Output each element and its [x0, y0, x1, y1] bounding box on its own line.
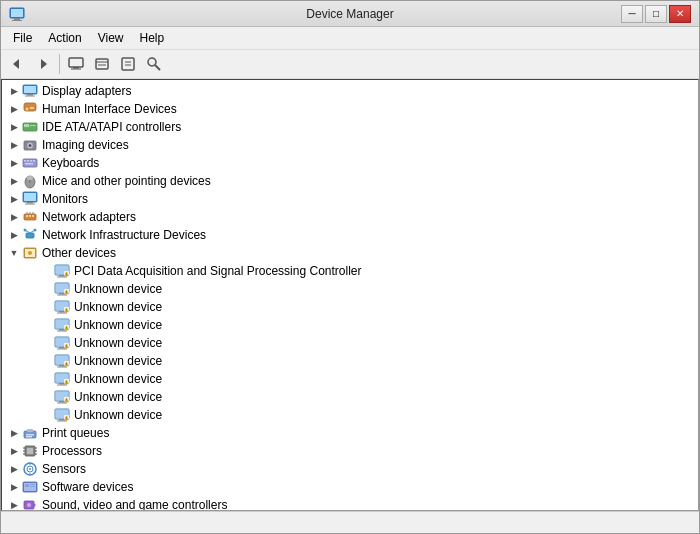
tree-item-label: Monitors	[42, 192, 88, 206]
tree-item-network-infra[interactable]: ▶Network Infrastructure Devices	[2, 226, 698, 244]
view-resources-button[interactable]	[90, 52, 114, 76]
toolbar-separator-1	[59, 54, 60, 74]
expand-arrow[interactable]: ▶	[6, 425, 22, 441]
expand-arrow[interactable]: ▶	[6, 191, 22, 207]
expand-arrow[interactable]: ▶	[6, 101, 22, 117]
forward-button[interactable]	[31, 52, 55, 76]
device-manager-window: Device Manager ─ □ ✕ File Action View He…	[0, 0, 700, 534]
keyboards-icon	[22, 155, 38, 171]
tree-item-unknown-6[interactable]: ! Unknown device	[2, 370, 698, 388]
svg-rect-140	[25, 484, 29, 487]
tree-item-unknown-1[interactable]: ! Unknown device	[2, 280, 698, 298]
expand-arrow[interactable]: ▶	[6, 173, 22, 189]
svg-rect-75	[57, 313, 67, 314]
tree-item-label: Unknown device	[74, 318, 162, 332]
tree-item-sound-video[interactable]: ▶Sound, video and game controllers	[2, 496, 698, 511]
svg-point-135	[29, 468, 31, 470]
svg-text:!: !	[66, 273, 67, 277]
human-interface-icon	[22, 101, 38, 117]
tree-item-label: Unknown device	[74, 300, 162, 314]
expand-arrow[interactable]: ▶	[6, 155, 22, 171]
tree-item-pci-data[interactable]: ! PCI Data Acquisition and Signal Proces…	[2, 262, 698, 280]
tree-item-display-adapters[interactable]: ▶Display adapters	[2, 82, 698, 100]
tree-item-unknown-2[interactable]: ! Unknown device	[2, 298, 698, 316]
svg-rect-25	[24, 124, 29, 127]
tree-item-software-devices[interactable]: ▶Software devices	[2, 478, 698, 496]
status-bar	[1, 511, 699, 533]
svg-line-16	[155, 65, 160, 70]
svg-rect-103	[57, 385, 67, 386]
no-expand	[38, 389, 54, 405]
no-expand	[38, 281, 54, 297]
unknown-5-icon: !	[54, 353, 70, 369]
svg-text:!: !	[66, 417, 67, 421]
print-queues-icon	[22, 425, 38, 441]
pci-data-icon: !	[54, 263, 70, 279]
menu-help[interactable]: Help	[132, 29, 173, 47]
svg-text:!: !	[66, 291, 67, 295]
svg-rect-142	[30, 486, 35, 487]
expand-arrow[interactable]: ▶	[6, 119, 22, 135]
tree-item-sensors[interactable]: ▶Sensors	[2, 460, 698, 478]
menu-file[interactable]: File	[5, 29, 40, 47]
tree-item-imaging[interactable]: ▶Imaging devices	[2, 136, 698, 154]
expand-arrow[interactable]: ▶	[6, 137, 22, 153]
expand-arrow[interactable]: ▶	[6, 83, 22, 99]
expand-arrow[interactable]: ▶	[6, 479, 22, 495]
tree-item-network-adapters[interactable]: ▶Network adapters	[2, 208, 698, 226]
expand-arrow[interactable]: ▶	[6, 209, 22, 225]
maximize-button[interactable]: □	[645, 5, 667, 23]
no-expand	[38, 407, 54, 423]
tree-item-unknown-3[interactable]: ! Unknown device	[2, 316, 698, 334]
menu-action[interactable]: Action	[40, 29, 89, 47]
svg-rect-19	[27, 94, 33, 96]
unknown-8-icon: !	[54, 407, 70, 423]
view-computer-button[interactable]	[64, 52, 88, 76]
no-expand	[38, 371, 54, 387]
view-properties-button[interactable]	[116, 52, 140, 76]
tree-item-label: Unknown device	[74, 336, 162, 350]
svg-rect-44	[26, 215, 28, 217]
minimize-button[interactable]: ─	[621, 5, 643, 23]
menu-view[interactable]: View	[90, 29, 132, 47]
tree-item-label: Software devices	[42, 480, 133, 494]
tree-item-other-devices[interactable]: ▼Other devices	[2, 244, 698, 262]
tree-item-label: Network adapters	[42, 210, 136, 224]
main-content: ▶Display adapters▶Human Interface Device…	[1, 79, 699, 511]
svg-rect-12	[122, 58, 134, 70]
back-button[interactable]	[5, 52, 29, 76]
expand-arrow[interactable]: ▼	[6, 245, 22, 261]
svg-text:!: !	[66, 399, 67, 403]
svg-rect-26	[30, 125, 36, 126]
svg-rect-18	[24, 86, 36, 93]
toolbar	[1, 50, 699, 79]
expand-arrow[interactable]: ▶	[6, 461, 22, 477]
window-title: Device Manager	[306, 7, 393, 21]
close-button[interactable]: ✕	[669, 5, 691, 23]
tree-item-label: Sensors	[42, 462, 86, 476]
expand-arrow[interactable]: ▶	[6, 443, 22, 459]
tree-item-monitors[interactable]: ▶Monitors	[2, 190, 698, 208]
device-tree[interactable]: ▶Display adapters▶Human Interface Device…	[1, 79, 699, 511]
other-devices-icon	[22, 245, 38, 261]
no-expand	[38, 335, 54, 351]
tree-item-unknown-4[interactable]: ! Unknown device	[2, 334, 698, 352]
svg-point-15	[148, 58, 156, 66]
processors-icon	[22, 443, 38, 459]
tree-item-keyboards[interactable]: ▶Keyboards	[2, 154, 698, 172]
tree-item-unknown-8[interactable]: ! Unknown device	[2, 406, 698, 424]
tree-item-unknown-7[interactable]: ! Unknown device	[2, 388, 698, 406]
expand-arrow[interactable]: ▶	[6, 227, 22, 243]
svg-point-145	[27, 503, 31, 507]
network-infra-icon	[22, 227, 38, 243]
expand-arrow[interactable]: ▶	[6, 497, 22, 511]
svg-rect-117	[57, 421, 67, 422]
tree-item-processors[interactable]: ▶Processors	[2, 442, 698, 460]
tree-item-label: Unknown device	[74, 372, 162, 386]
search-button[interactable]	[142, 52, 166, 76]
tree-item-unknown-5[interactable]: ! Unknown device	[2, 352, 698, 370]
tree-item-print-queues[interactable]: ▶Print queues	[2, 424, 698, 442]
tree-item-mice[interactable]: ▶Mice and other pointing devices	[2, 172, 698, 190]
tree-item-human-interface[interactable]: ▶Human Interface Devices	[2, 100, 698, 118]
tree-item-ide-atapi[interactable]: ▶IDE ATA/ATAPI controllers	[2, 118, 698, 136]
